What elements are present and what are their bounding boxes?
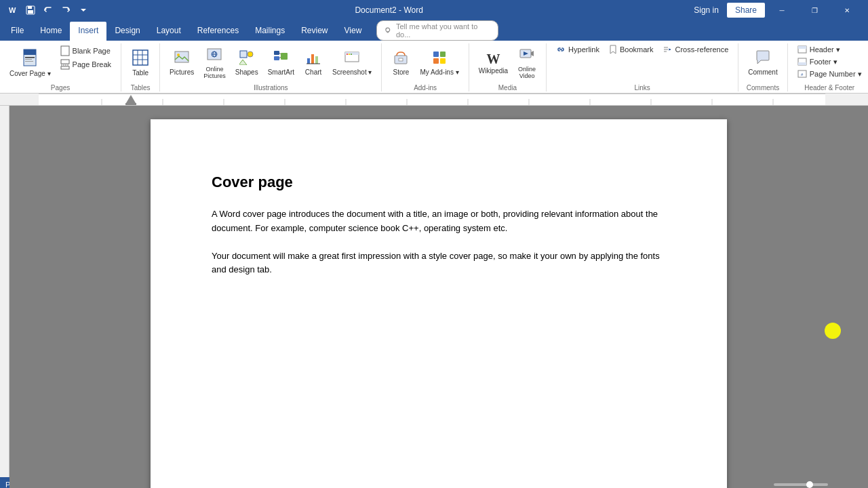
svg-rect-36 [315,56,318,64]
shapes-button[interactable]: Shapes [231,43,262,83]
screenshot-icon [344,50,359,67]
bookmark-button[interactable]: Bookmark [605,43,658,56]
svg-rect-11 [61,46,69,56]
svg-rect-30 [274,56,279,60]
document-area[interactable]: Cover page A Word cover page introduces … [9,106,868,488]
blank-page-button[interactable]: Blank Page [56,45,115,57]
wikipedia-label: Wikipedia [479,67,508,75]
page-break-button[interactable]: Page Break [56,58,115,70]
blank-page-icon [60,45,70,56]
my-addins-button[interactable]: My Add-ins ▾ [416,43,462,83]
svg-rect-14 [61,66,69,69]
pictures-icon [174,50,189,67]
svg-rect-29 [274,51,279,55]
illustrations-group-label: Illustrations [165,84,376,92]
ribbon-group-illustrations: Pictures OnlinePictures Shapes [160,43,382,92]
online-video-label: OnlineVideo [518,66,536,79]
page-number-icon: # [797,70,807,78]
links-group-label: Links [552,84,732,92]
hyperlink-button[interactable]: Hyperlink [552,43,604,56]
header-button[interactable]: Header ▾ [793,43,866,56]
comments-group-label: Comments [744,84,781,92]
svg-rect-7 [24,49,36,55]
undo-button[interactable] [41,3,56,18]
tab-home[interactable]: Home [32,22,70,41]
cross-reference-button[interactable]: Cross-reference [658,43,732,56]
tab-layout[interactable]: Layout [149,22,189,41]
screenshot-button[interactable]: Screenshot ▾ [328,43,376,83]
minimize-button[interactable]: ─ [766,0,797,20]
svg-rect-34 [307,58,310,64]
screenshot-label: Screenshot ▾ [332,68,372,76]
svg-text:#: # [801,73,804,77]
svg-rect-78 [39,94,825,106]
ribbon-group-pages: Cover Page ▾ Blank Page Page Break Pages [0,43,121,92]
vertical-ruler-svg [0,106,9,477]
svg-rect-26 [240,51,247,58]
hyperlink-label: Hyperlink [568,45,599,54]
cover-page-icon [22,49,37,68]
smartart-icon [273,50,288,67]
online-video-button[interactable]: OnlineVideo [513,43,540,83]
word-icon: W [5,3,20,18]
footer-button[interactable]: Footer ▾ [793,56,866,68]
document-heading: Cover page [212,174,666,191]
store-label: Store [393,68,410,76]
online-pictures-icon [207,47,222,64]
save-button[interactable] [23,3,38,18]
tell-me-placeholder: Tell me what you want to do... [396,22,491,39]
tab-view[interactable]: View [336,22,370,41]
tab-design[interactable]: Design [106,22,148,41]
tab-insert[interactable]: Insert [70,22,106,41]
svg-rect-9 [25,59,32,60]
tab-mailings[interactable]: Mailings [247,22,293,41]
svg-rect-3 [28,6,32,9]
zoom-slider[interactable] [774,483,828,486]
links-buttons: Hyperlink Bookmark Cross-reference [552,43,732,83]
page-number-label: Page Number ▾ [810,70,862,79]
page-number-button[interactable]: # Page Number ▾ [793,68,866,80]
svg-rect-35 [311,54,314,64]
sign-in-button[interactable]: Sign in [687,3,726,18]
title-bar-left: W [5,3,91,18]
chart-icon [306,50,321,67]
svg-point-5 [386,28,390,32]
close-button[interactable]: ✕ [831,0,863,20]
svg-rect-57 [798,46,806,49]
cover-page-button[interactable]: Cover Page ▾ [5,43,55,83]
restore-button[interactable]: ❐ [799,0,830,20]
chart-button[interactable]: Chart [300,43,327,83]
tab-review[interactable]: Review [293,22,336,41]
customize-quick-access-button[interactable] [76,3,91,18]
my-addins-label: My Add-ins ▾ [420,68,458,76]
online-pictures-button[interactable]: OnlinePictures [199,43,230,83]
share-button[interactable]: Share [727,3,765,18]
blank-page-label: Blank Page [73,47,111,55]
table-button[interactable]: Table [127,43,154,83]
comments-buttons: Comment [744,43,781,83]
mouse-cursor [825,323,841,339]
ribbon-group-links: Hyperlink Bookmark Cross-reference Links [547,43,738,92]
svg-line-32 [279,53,281,54]
comment-button[interactable]: Comment [744,43,781,83]
svg-text:W: W [9,6,16,14]
redo-button[interactable] [58,3,73,18]
tab-references[interactable]: References [189,22,247,41]
header-label: Header ▾ [810,45,840,54]
store-icon [393,50,408,67]
cover-page-label: Cover Page ▾ [9,70,51,77]
footer-icon [797,58,807,66]
smartart-button[interactable]: SmartArt [264,43,298,83]
tables-buttons: Table [127,43,154,83]
store-button[interactable]: Store [387,43,414,83]
tab-file[interactable]: File [3,22,32,41]
ribbon-group-media: W Wikipedia OnlineVideo Media [469,43,547,92]
tell-me-input[interactable]: Tell me what you want to do... [376,20,498,41]
wikipedia-button[interactable]: W Wikipedia [475,43,512,83]
svg-rect-20 [175,52,189,62]
svg-point-27 [248,52,253,57]
svg-rect-47 [433,58,439,64]
svg-rect-93 [125,103,136,105]
svg-rect-40 [347,54,348,55]
pictures-button[interactable]: Pictures [165,43,198,83]
